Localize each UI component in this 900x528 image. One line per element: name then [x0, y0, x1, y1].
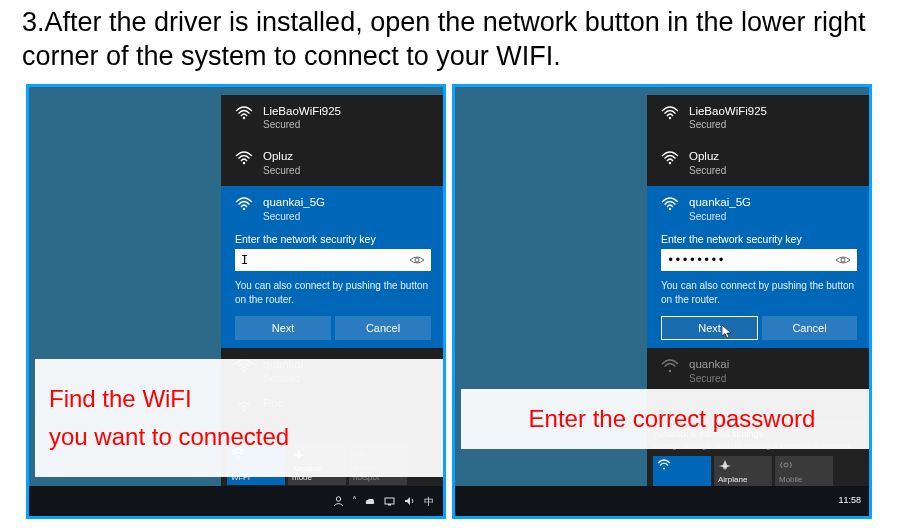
taskbar: ˄ 中 11:58 2019/5/17 — [29, 486, 446, 516]
next-button[interactable]: Next — [661, 316, 758, 340]
svg-point-12 — [669, 116, 671, 118]
svg-point-3 — [415, 258, 419, 262]
svg-point-17 — [663, 467, 665, 469]
caption-overlay: Enter the correct password — [461, 389, 869, 449]
wifi-icon — [661, 197, 679, 211]
tray-overflow-icon[interactable]: ˄ — [352, 495, 357, 506]
wifi-entry-selected: quankai_5G Secured Enter the network sec… — [647, 186, 869, 348]
svg-point-0 — [243, 116, 245, 118]
wifi-icon — [657, 459, 707, 471]
panels-row: LieBaoWiFi925 Secured Opluz Secured — [0, 84, 900, 519]
taskbar-clock[interactable]: 11:58 — [838, 496, 865, 506]
wifi-ssid: Opluz — [689, 149, 726, 164]
wifi-ssid: quankai_5G — [689, 195, 751, 210]
svg-text:中: 中 — [424, 496, 434, 507]
airplane-icon — [718, 459, 768, 471]
wifi-icon — [661, 359, 679, 373]
wifi-icon — [235, 197, 253, 211]
cancel-button[interactable]: Cancel — [335, 316, 431, 340]
cursor-icon — [722, 325, 732, 339]
reveal-password-icon[interactable] — [835, 254, 851, 266]
password-input[interactable]: I — [235, 249, 431, 271]
svg-rect-9 — [385, 498, 394, 504]
wifi-ssid: quankai_5G — [263, 195, 325, 210]
wifi-icon — [661, 106, 679, 120]
taskbar: 11:58 — [455, 486, 869, 516]
wifi-ssid: LieBaoWiFi925 — [689, 104, 767, 119]
taskbar-clock[interactable]: 11:58 2019/5/17 — [443, 491, 446, 511]
clock-date: 2019/5/17 — [443, 501, 446, 511]
svg-point-16 — [669, 370, 671, 372]
caption-overlay: Find the WiFI you want to connected — [35, 359, 443, 477]
reveal-password-icon[interactable] — [409, 254, 425, 266]
wifi-ssid: quankai — [689, 357, 729, 372]
password-input[interactable]: •••••••• — [661, 249, 857, 271]
wifi-ssid: LieBaoWiFi925 — [263, 104, 341, 119]
wifi-secured: Secured — [263, 164, 300, 177]
router-hint: You can also connect by pushing the butt… — [661, 279, 857, 306]
instruction-text: 3.After the driver is installed, open th… — [0, 0, 900, 84]
clock-time: 11:58 — [838, 496, 861, 506]
wifi-entry-liebao[interactable]: LieBaoWiFi925 Secured — [221, 95, 443, 141]
wifi-entry-quankai[interactable]: quankai Secured — [647, 348, 869, 394]
next-button[interactable]: Next — [235, 316, 331, 340]
wifi-secured: Secured — [689, 164, 726, 177]
wifi-secured: Secured — [689, 210, 751, 223]
wifi-entry-opluz[interactable]: Opluz Secured — [647, 140, 869, 186]
svg-point-1 — [243, 162, 245, 164]
wifi-entry-liebao[interactable]: LieBaoWiFi925 Secured — [647, 95, 869, 141]
next-label: Next — [698, 322, 721, 334]
password-prompt: Enter the network security key — [235, 233, 431, 245]
svg-rect-10 — [388, 504, 391, 506]
wifi-icon — [661, 151, 679, 165]
left-screenshot: LieBaoWiFi925 Secured Opluz Secured — [26, 84, 446, 519]
tray-volume-icon[interactable] — [403, 494, 417, 508]
right-screenshot: LieBaoWiFi925 Secured Opluz Secured — [452, 84, 872, 519]
router-hint: You can also connect by pushing the butt… — [235, 279, 431, 306]
caption-line1: Enter the correct password — [475, 400, 869, 437]
clock-time: 11:58 — [443, 491, 446, 501]
tray-network-icon[interactable] — [383, 494, 397, 508]
wifi-secured: Secured — [689, 372, 729, 385]
svg-point-15 — [841, 258, 845, 262]
svg-point-14 — [669, 208, 671, 210]
caption-line2: you want to connected — [49, 418, 443, 455]
password-prompt: Enter the network security key — [661, 233, 857, 245]
wifi-entry-opluz[interactable]: Opluz Secured — [221, 140, 443, 186]
svg-point-13 — [669, 162, 671, 164]
tray-people-icon[interactable] — [332, 494, 346, 508]
tray-onedrive-icon[interactable] — [363, 494, 377, 508]
wifi-secured: Secured — [263, 210, 325, 223]
password-value: I — [241, 253, 409, 267]
tray-ime-icon[interactable]: 中 — [423, 494, 437, 508]
wifi-icon — [235, 106, 253, 120]
wifi-ssid: Opluz — [263, 149, 300, 164]
svg-point-18 — [784, 463, 788, 467]
wifi-entry-selected: quankai_5G Secured Enter the network sec… — [221, 186, 443, 348]
password-value: •••••••• — [667, 253, 835, 267]
wifi-icon — [235, 151, 253, 165]
svg-point-2 — [243, 208, 245, 210]
svg-point-8 — [337, 496, 341, 500]
wifi-secured: Secured — [689, 118, 767, 131]
hotspot-icon — [779, 459, 829, 471]
caption-line1: Find the WiFI — [49, 380, 443, 417]
cancel-button[interactable]: Cancel — [762, 316, 857, 340]
wifi-secured: Secured — [263, 118, 341, 131]
